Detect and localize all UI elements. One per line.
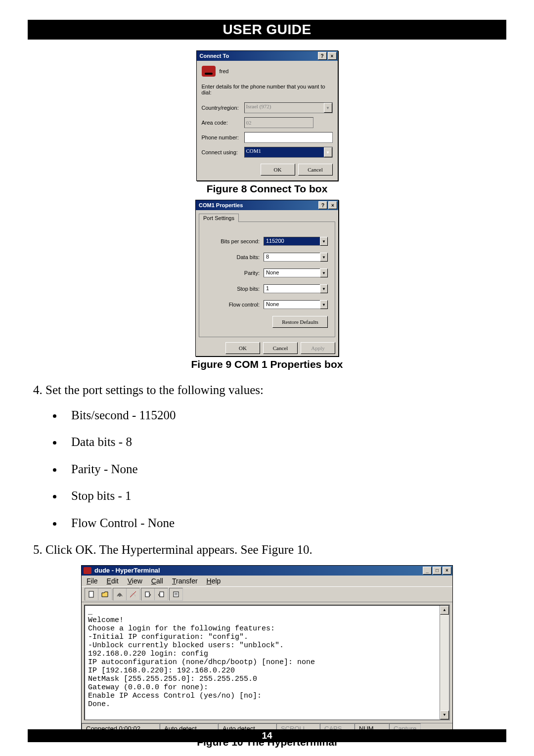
open-icon[interactable] xyxy=(98,588,111,600)
svg-line-2 xyxy=(130,591,136,597)
connection-name: fred xyxy=(220,68,229,74)
svg-point-1 xyxy=(119,594,121,596)
scroll-up-icon[interactable]: ▲ xyxy=(440,606,449,615)
chevron-down-icon[interactable]: ▼ xyxy=(320,237,328,246)
com1-title: COM1 Properties xyxy=(199,202,243,208)
bullet-item: Flow Control - None xyxy=(63,515,506,532)
stopbits-select[interactable]: 1 xyxy=(264,284,328,293)
menu-item-view[interactable]: View xyxy=(128,577,142,585)
menu-item-call[interactable]: Call xyxy=(151,577,163,585)
area-label: Area code: xyxy=(202,120,244,126)
close-icon[interactable]: × xyxy=(443,567,451,575)
page-number: 14 xyxy=(28,729,506,742)
country-label: Country/region: xyxy=(202,105,244,111)
bps-select[interactable]: 115200 xyxy=(264,237,328,246)
databits-label: Data bits: xyxy=(237,254,260,260)
chevron-down-icon[interactable]: ▼ xyxy=(324,147,332,157)
phone-input[interactable] xyxy=(244,132,333,143)
chevron-down-icon[interactable]: ▼ xyxy=(320,268,328,277)
svg-rect-3 xyxy=(145,592,149,597)
ok-button[interactable]: OK xyxy=(225,342,260,354)
close-icon[interactable]: × xyxy=(328,52,337,60)
using-label: Connect using: xyxy=(202,149,244,155)
chevron-down-icon[interactable]: ▼ xyxy=(320,284,328,293)
connect-icon[interactable] xyxy=(113,588,127,600)
menu-item-file[interactable]: File xyxy=(87,577,98,585)
parity-select[interactable]: None xyxy=(264,268,328,277)
step-5: Click OK. The Hyperterminal appears. See… xyxy=(45,542,506,558)
disconnect-icon[interactable] xyxy=(127,588,139,600)
bullet-item: Bits/second - 115200 xyxy=(63,407,506,424)
dialog-instruction: Enter details for the phone number that … xyxy=(202,84,333,95)
cancel-button[interactable]: Cancel xyxy=(263,342,298,354)
country-select[interactable]: Israel (972)▼ xyxy=(244,102,333,113)
chevron-down-icon[interactable]: ▼ xyxy=(320,253,328,262)
com1-properties-dialog: COM1 Properties ? × Port Settings Bits p… xyxy=(195,200,339,356)
scroll-down-icon[interactable]: ▼ xyxy=(440,711,449,719)
ok-button[interactable]: OK xyxy=(261,164,295,176)
minimize-icon[interactable]: _ xyxy=(423,567,432,575)
send-icon[interactable] xyxy=(141,588,155,600)
properties-icon[interactable] xyxy=(170,588,182,600)
databits-select[interactable]: 8 xyxy=(264,253,328,262)
bps-label: Bits per second: xyxy=(221,238,260,244)
chevron-down-icon[interactable]: ▼ xyxy=(324,103,332,113)
figure-9-caption: Figure 9 COM 1 Properties box xyxy=(191,358,343,370)
close-icon[interactable]: × xyxy=(328,201,337,209)
terminal-output: _ Welcome! Choose a login for the follow… xyxy=(84,605,450,720)
flow-select[interactable]: None xyxy=(264,300,328,309)
bullet-item: Parity - None xyxy=(63,461,506,478)
svg-rect-5 xyxy=(174,592,178,597)
menu-item-edit[interactable]: Edit xyxy=(107,577,119,585)
phone-icon xyxy=(202,66,216,77)
svg-rect-0 xyxy=(89,591,93,597)
ht-title: dude - HyperTerminal xyxy=(94,567,160,574)
bullet-item: Data bits - 8 xyxy=(63,434,506,450)
parity-label: Parity: xyxy=(244,270,260,276)
phone-label: Phone number: xyxy=(202,134,244,140)
apply-button[interactable]: Apply xyxy=(301,342,335,354)
scrollbar[interactable]: ▲ ▼ xyxy=(440,606,449,719)
menu-item-help[interactable]: Help xyxy=(207,577,221,585)
help-icon[interactable]: ? xyxy=(318,201,327,209)
menu-item-transfer[interactable]: Transfer xyxy=(172,577,198,585)
hyperterminal-window: dude - HyperTerminal _ □ × FileEditViewC… xyxy=(81,565,453,734)
maximize-icon[interactable]: □ xyxy=(433,567,442,575)
cancel-button[interactable]: Cancel xyxy=(298,164,333,176)
svg-rect-4 xyxy=(160,592,164,597)
connect-to-dialog: Connect To ? × fred Enter details for th… xyxy=(196,50,338,181)
tab-port-settings[interactable]: Port Settings xyxy=(199,214,239,222)
area-input[interactable] xyxy=(244,117,313,128)
flow-label: Flow control: xyxy=(229,302,260,308)
chevron-down-icon[interactable]: ▼ xyxy=(320,300,328,309)
new-icon[interactable] xyxy=(85,588,98,600)
step-4: Set the port settings to the following v… xyxy=(45,382,506,531)
connect-using-select[interactable]: COM1▼ xyxy=(244,147,333,158)
figure-8-caption: Figure 8 Connect To box xyxy=(207,183,328,195)
receive-icon[interactable] xyxy=(155,588,168,600)
stopbits-label: Stop bits: xyxy=(237,286,260,292)
restore-defaults-button[interactable]: Restore Defaults xyxy=(272,316,328,328)
connect-to-title: Connect To xyxy=(200,53,229,59)
app-icon xyxy=(84,567,91,574)
header-title: USER GUIDE xyxy=(28,20,506,40)
help-icon[interactable]: ? xyxy=(318,52,327,60)
bullet-item: Stop bits - 1 xyxy=(63,488,506,504)
